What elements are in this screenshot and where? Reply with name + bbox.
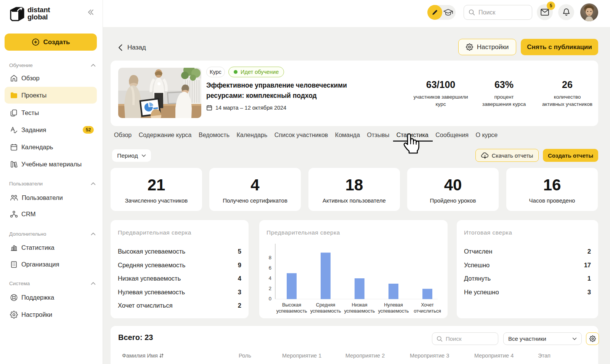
svg-text:отчислиться: отчислиться [414, 308, 441, 314]
svg-text:Хочет: Хочет [421, 302, 434, 308]
svg-text:Высокая: Высокая [282, 302, 301, 308]
svg-text:успеваемость: успеваемость [344, 308, 375, 314]
svg-text:Нулевая: Нулевая [384, 302, 403, 308]
svg-text:успеваемость: успеваемость [378, 308, 409, 314]
svg-text:8: 8 [269, 255, 271, 260]
svg-text:4: 4 [269, 275, 271, 281]
svg-text:Средняя: Средняя [316, 302, 335, 308]
svg-text:успеваемость: успеваемость [310, 308, 341, 314]
svg-text:2: 2 [269, 286, 271, 291]
svg-text:0: 0 [269, 296, 271, 302]
svg-text:успеваемость: успеваемость [276, 308, 307, 314]
svg-text:6: 6 [269, 265, 271, 271]
svg-text:Низкая: Низкая [352, 302, 367, 308]
